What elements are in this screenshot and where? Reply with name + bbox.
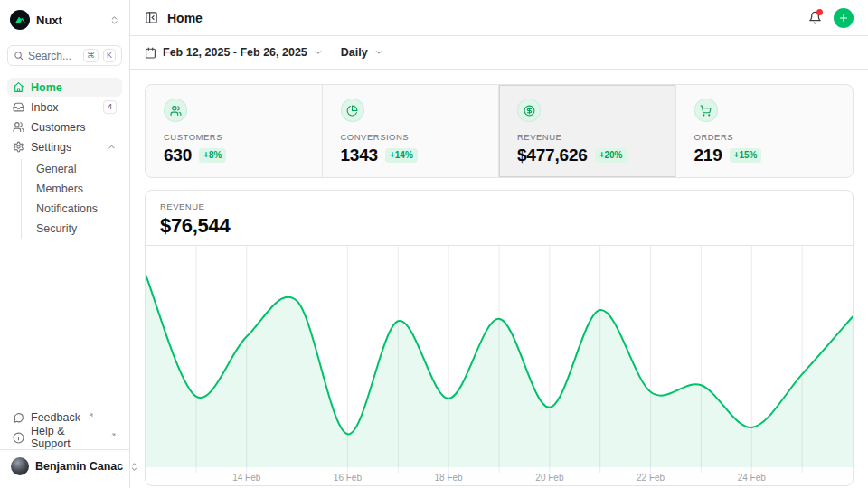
gear-icon [13,141,24,153]
chevrons-up-down-icon [109,15,119,25]
notification-dot [816,9,823,15]
sub-item-label: Members [36,183,83,195]
date-range-value: Feb 12, 2025 - Feb 26, 2025 [163,46,307,59]
sidebar-item-security[interactable]: Security [22,219,122,239]
sidebar-item-customers[interactable]: Customers [7,117,122,136]
sidebar: Nuxt Search... ⌘ K Home [0,0,130,488]
users-icon [13,121,24,133]
revenue-chart[interactable]: 14 Feb16 Feb18 Feb20 Feb22 Feb24 Feb [146,246,853,485]
filter-toolbar: Feb 12, 2025 - Feb 26, 2025 Daily [130,36,868,70]
user-menu[interactable]: Benjamin Canac [7,455,122,477]
stat-card-orders[interactable]: ORDERS 219 +15% [676,85,854,177]
date-range-picker[interactable]: Feb 12, 2025 - Feb 26, 2025 [145,46,323,59]
svg-text:24 Feb: 24 Feb [738,473,767,483]
message-circle-icon [13,412,24,424]
stat-delta-badge: +15% [730,148,762,163]
sub-item-label: Notifications [36,202,98,215]
stat-delta-badge: +20% [595,148,627,163]
users-icon [164,99,187,122]
shopping-cart-icon [694,99,718,122]
notifications-button[interactable] [808,11,822,24]
chart-total-value: $76,544 [160,214,838,238]
svg-text:14 Feb: 14 Feb [232,473,261,483]
chart-body: 14 Feb16 Feb18 Feb20 Feb22 Feb24 Feb [146,246,853,485]
add-button[interactable] [834,8,854,28]
sub-item-label: General [36,163,76,175]
stat-value: 219 [694,145,722,165]
sidebar-item-notifications[interactable]: Notifications [22,199,122,219]
chevron-down-icon [314,48,323,57]
stat-value: $477,626 [517,145,588,165]
chart-header: REVENUE $76,544 [146,191,853,246]
search-icon [14,51,24,61]
chevron-down-icon [374,48,383,57]
circle-dollar-icon [517,99,541,122]
stat-card-conversions[interactable]: CONVERSIONS 1343 +14% [323,85,500,177]
external-link-icon [110,432,117,438]
external-link-icon [88,412,94,418]
granularity-value: Daily [341,46,368,59]
home-icon [13,81,24,93]
sidebar-item-label: Settings [31,141,100,154]
sub-item-label: Security [36,222,77,235]
svg-text:16 Feb: 16 Feb [334,473,363,483]
footer-link-label: Feedback [31,411,80,424]
chevron-up-icon [107,142,117,152]
sidebar-item-inbox[interactable]: Inbox 4 [7,98,122,117]
avatar [11,457,29,475]
plus-icon [838,13,849,23]
search-input[interactable]: Search... ⌘ K [7,45,122,66]
stats-row: CUSTOMERS 630 +8% CONVERSIONS 1343 +14% [145,84,854,178]
kbd-k: K [103,49,116,62]
sidebar-item-label: Home [31,81,117,94]
revenue-chart-card: REVENUE $76,544 14 Feb16 Feb18 Feb20 Feb… [145,190,854,486]
svg-text:20 Feb: 20 Feb [535,473,564,483]
topbar: Home [130,0,868,36]
stat-label: REVENUE [517,132,657,142]
chart-pie-icon [341,99,364,122]
app-window: Nuxt Search... ⌘ K Home [0,0,868,488]
chart-title: REVENUE [160,202,838,211]
help-support-link[interactable]: Help & Support [7,427,122,447]
sidebar-item-members[interactable]: Members [22,179,122,199]
info-circle-icon [13,432,24,444]
inbox-icon [13,101,24,113]
user-name: Benjamin Canac [35,460,123,473]
dashboard-content: CUSTOMERS 630 +8% CONVERSIONS 1343 +14% [130,70,868,488]
inbox-count-badge: 4 [103,100,117,114]
sidebar-footer: Feedback Help & Support Benjamin Canac [7,408,122,483]
sidebar-item-general[interactable]: General [22,159,122,179]
stat-delta-badge: +14% [385,148,418,163]
stat-card-customers[interactable]: CUSTOMERS 630 +8% [146,85,323,177]
user-section: Benjamin Canac [0,449,129,477]
sidebar-item-label: Customers [31,121,117,134]
page-title: Home [167,11,203,25]
topbar-actions [808,8,854,28]
search-placeholder: Search... [28,50,79,62]
stat-delta-badge: +8% [199,148,226,163]
sidebar-nav: Home Inbox 4 Customers Settings [7,78,122,239]
stat-value: 630 [164,145,192,165]
stat-label: ORDERS [694,132,835,142]
workspace-switcher[interactable]: Nuxt [7,9,122,31]
svg-text:22 Feb: 22 Feb [637,473,665,483]
workspace-name: Nuxt [36,14,103,27]
footer-link-label: Help & Support [31,425,103,450]
stat-card-revenue[interactable]: REVENUE $477,626 +20% [499,85,676,177]
stat-value: 1343 [341,145,378,165]
sidebar-toggle-button[interactable] [145,11,158,24]
stat-label: CONVERSIONS [341,132,481,142]
sidebar-item-home[interactable]: Home [7,78,122,97]
calendar-icon [145,47,156,59]
sidebar-item-settings[interactable]: Settings [7,137,122,156]
settings-submenu: General Members Notifications Security [21,159,122,239]
stat-label: CUSTOMERS [164,132,304,142]
nuxt-logo-icon [10,10,30,30]
granularity-select[interactable]: Daily [341,46,383,59]
sidebar-item-label: Inbox [31,101,97,114]
svg-text:18 Feb: 18 Feb [435,473,464,483]
kbd-cmd: ⌘ [83,49,99,62]
main-area: Home Feb 12, 2025 - Feb 26, 2025 [130,0,868,488]
